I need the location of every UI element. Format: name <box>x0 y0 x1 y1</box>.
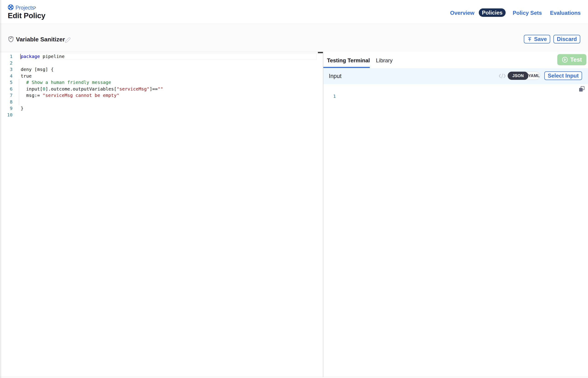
line-number: 10 <box>0 112 13 118</box>
test-button[interactable]: Test <box>557 54 587 65</box>
policy-toolbar <box>0 24 588 52</box>
input-editor[interactable]: 1 <box>323 84 588 377</box>
tab-library[interactable]: Library <box>376 57 393 64</box>
line-number: 5 <box>0 79 13 86</box>
active-tab-underline <box>323 67 370 68</box>
code-line[interactable] <box>21 60 163 67</box>
input-line-number: 1 <box>323 93 336 100</box>
line-number: 1 <box>0 53 13 60</box>
line-number: 8 <box>0 99 13 105</box>
input-section-header: Input JSON YAML Select Input <box>323 68 588 84</box>
line-number: 9 <box>0 105 13 112</box>
breadcrumb-projects-link[interactable]: Projects <box>15 5 34 11</box>
line-number: 3 <box>0 66 13 73</box>
code-line[interactable]: input[0].outcome.outputVariables["servic… <box>21 86 163 92</box>
testing-panel: Testing Terminal Library Test Input <box>323 52 588 377</box>
policy-name: Variable Sanitizer <box>16 36 65 43</box>
tab-testing-terminal[interactable]: Testing Terminal <box>327 57 370 64</box>
page-title: Edit Policy <box>8 11 45 20</box>
test-button-label: Test <box>570 56 582 63</box>
indent-guide <box>19 79 19 105</box>
tab-policies-label: Policies <box>482 10 503 16</box>
line-number: 6 <box>0 86 13 92</box>
code-line[interactable]: deny [msg] { <box>21 66 163 73</box>
copy-icon[interactable] <box>578 86 585 92</box>
code-line[interactable]: msg:= "serviceMsg cannot be empty" <box>21 92 163 99</box>
code-line[interactable]: } <box>21 105 163 112</box>
edit-pencil-icon[interactable] <box>64 36 71 44</box>
code-line[interactable]: package pipeline <box>21 53 163 60</box>
line-number: 2 <box>0 60 13 67</box>
edit-policy-page: Projects Edit Policy Overview Policies P… <box>0 0 588 378</box>
bottom-border <box>0 377 588 377</box>
code-line[interactable] <box>21 112 163 118</box>
discard-button-label: Discard <box>557 36 577 42</box>
tab-policy-sets[interactable]: Policy Sets <box>513 10 542 16</box>
tab-evaluations[interactable]: Evaluations <box>550 10 581 16</box>
select-input-button[interactable]: Select Input <box>544 71 582 80</box>
input-label: Input <box>329 73 342 79</box>
policy-code-editor[interactable]: 12345678910 package pipelinedeny [msg] {… <box>0 52 323 377</box>
tab-overview[interactable]: Overview <box>450 10 474 16</box>
save-button-label: Save <box>534 36 547 42</box>
text-cursor <box>20 54 21 59</box>
editor-gutter: 12345678910 <box>0 53 13 118</box>
save-button[interactable]: Save <box>524 35 550 43</box>
code-brackets-icon[interactable] <box>499 73 506 79</box>
format-toggle: JSON YAML <box>508 72 540 80</box>
tab-policies[interactable]: Policies <box>479 8 506 17</box>
code-line[interactable] <box>21 99 163 105</box>
shield-check-icon <box>8 36 14 42</box>
projects-grid-icon <box>8 4 14 10</box>
code-line[interactable]: # Show a human friendly message <box>21 79 163 86</box>
code-line[interactable]: true <box>21 73 163 79</box>
line-number: 7 <box>0 92 13 99</box>
editor-code[interactable]: package pipelinedeny [msg] {true # Show … <box>21 53 163 118</box>
breadcrumb-chevron-icon <box>33 6 37 9</box>
line-number: 4 <box>0 73 13 79</box>
toggle-json[interactable]: JSON <box>508 72 528 80</box>
play-circle-icon <box>562 57 568 63</box>
toggle-yaml[interactable]: YAML <box>528 72 540 80</box>
upload-icon <box>527 37 532 42</box>
page-header: Projects Edit Policy Overview Policies P… <box>0 0 588 24</box>
discard-button[interactable]: Discard <box>553 35 580 43</box>
testing-tabs-row: Testing Terminal Library Test <box>323 52 588 68</box>
